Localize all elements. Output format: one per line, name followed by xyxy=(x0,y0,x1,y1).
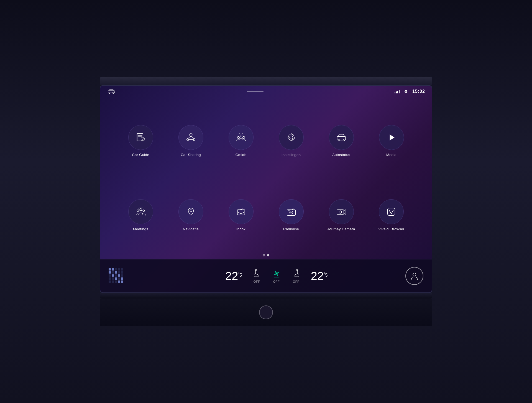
svg-rect-24 xyxy=(337,136,346,140)
svg-marker-28 xyxy=(390,135,394,140)
car-icon xyxy=(336,132,347,143)
temp-right-unit: °5 xyxy=(324,272,328,278)
svg-point-19 xyxy=(242,136,245,139)
inbox-label: Inbox xyxy=(236,227,245,231)
app-journey-camera[interactable]: Journey Camera xyxy=(327,199,355,231)
status-left xyxy=(107,89,116,94)
svg-point-31 xyxy=(143,210,145,211)
temp-left[interactable]: 22 °5 xyxy=(225,270,242,282)
climate-controls: OFF xyxy=(252,269,301,283)
app-vivaldi[interactable]: Vivaldi Browser xyxy=(378,199,405,231)
inbox-icon xyxy=(235,206,247,218)
app-car-guide[interactable]: i Car Guide xyxy=(128,125,153,157)
settings-icon xyxy=(285,132,297,143)
home-button[interactable] xyxy=(259,305,273,319)
pagination-dot-2[interactable] xyxy=(267,254,269,256)
svg-point-33 xyxy=(190,210,192,212)
home-button-area xyxy=(100,299,432,326)
vivaldi-icon xyxy=(385,206,397,218)
app-instellingen[interactable]: Instellingen xyxy=(279,125,304,157)
book-icon: i xyxy=(135,132,147,143)
svg-rect-0 xyxy=(108,91,115,93)
instellingen-icon-circle[interactable] xyxy=(279,125,304,150)
media-label: Media xyxy=(386,153,397,157)
pin-icon xyxy=(185,206,197,218)
screen-container: 15:02 i Car xyxy=(100,85,432,293)
bluetooth-icon xyxy=(404,89,408,94)
radioline-icon-circle[interactable] xyxy=(279,199,304,224)
app-car-sharing[interactable]: Car Sharing xyxy=(178,125,203,157)
app-inbox[interactable]: Inbox xyxy=(229,199,254,231)
status-center xyxy=(247,91,264,92)
svg-point-37 xyxy=(290,211,293,214)
bottom-logo xyxy=(109,268,147,284)
share-icon xyxy=(185,132,197,143)
app-radioline[interactable]: Radioline xyxy=(279,199,304,231)
bottom-bezel xyxy=(100,293,432,299)
app-navigatie[interactable]: Navigatie xyxy=(178,199,203,231)
autostatus-icon-circle[interactable] xyxy=(329,125,354,150)
seat-left-icon xyxy=(252,269,262,279)
app-colab[interactable]: Co:lab xyxy=(229,125,254,157)
seat-left-label: OFF xyxy=(254,280,260,283)
journey-camera-icon-circle[interactable] xyxy=(329,199,354,224)
signal-bar-3 xyxy=(397,91,398,93)
media-icon-circle[interactable] xyxy=(379,125,404,150)
meetings-icon-circle[interactable] xyxy=(128,199,153,224)
navigatie-label: Navigatie xyxy=(183,227,199,231)
instellingen-label: Instellingen xyxy=(282,153,301,157)
brand-logo xyxy=(109,268,124,284)
svg-point-48 xyxy=(296,269,298,271)
temp-left-value: 22 xyxy=(225,270,238,282)
autostatus-label: Autostatus xyxy=(332,153,350,157)
svg-line-22 xyxy=(239,133,240,134)
svg-line-14 xyxy=(188,136,191,139)
svg-point-49 xyxy=(413,273,416,276)
fan[interactable]: OFF xyxy=(272,269,282,283)
status-right: 15:02 xyxy=(395,89,425,94)
temp-left-unit: °5 xyxy=(238,272,242,278)
app-media[interactable]: Media xyxy=(379,125,404,157)
meetings-icon xyxy=(135,206,147,218)
car-guide-icon-circle[interactable]: i xyxy=(128,125,153,150)
car-sharing-icon-circle[interactable] xyxy=(178,125,203,150)
inbox-icon-circle[interactable] xyxy=(229,199,254,224)
seat-right-icon xyxy=(291,269,301,279)
colab-label: Co:lab xyxy=(236,153,246,157)
apps-grid: i Car Guide Car Sharing xyxy=(100,100,432,256)
seat-left[interactable]: OFF xyxy=(252,269,262,283)
pagination-dot-1[interactable] xyxy=(263,254,265,256)
car-frame: 15:02 i Car xyxy=(0,0,532,403)
radioline-label: Radioline xyxy=(283,227,299,231)
svg-point-44 xyxy=(255,269,257,271)
play-icon xyxy=(386,132,397,143)
svg-line-15 xyxy=(191,136,194,139)
svg-point-17 xyxy=(240,135,242,137)
climate-section: 22 °5 xyxy=(147,269,405,283)
navigatie-icon-circle[interactable] xyxy=(178,199,203,224)
svg-point-42 xyxy=(339,211,342,213)
car-guide-label: Car Guide xyxy=(132,153,149,157)
svg-point-11 xyxy=(190,133,192,136)
car-sharing-label: Car Sharing xyxy=(181,153,201,157)
svg-rect-32 xyxy=(139,208,143,210)
bottom-climate-bar: 22 °5 xyxy=(100,259,432,292)
status-bar: 15:02 xyxy=(100,86,432,96)
vivaldi-icon-circle[interactable] xyxy=(379,199,404,224)
vivaldi-label: Vivaldi Browser xyxy=(378,227,405,231)
signal-bar-4 xyxy=(399,90,400,93)
meetings-label: Meetings xyxy=(133,227,148,231)
profile-button[interactable] xyxy=(405,267,423,285)
profile-icon xyxy=(410,271,419,281)
svg-point-38 xyxy=(291,212,292,213)
app-meetings[interactable]: Meetings xyxy=(128,199,153,231)
camera-icon xyxy=(336,206,347,218)
seat-right[interactable]: OFF xyxy=(291,269,301,283)
top-bezel xyxy=(100,77,432,85)
svg-point-18 xyxy=(237,136,239,139)
app-autostatus[interactable]: Autostatus xyxy=(329,125,354,157)
signal-icon xyxy=(395,90,400,93)
svg-rect-41 xyxy=(337,210,344,214)
colab-icon-circle[interactable] xyxy=(229,125,254,150)
temp-right[interactable]: 22 °5 xyxy=(311,270,328,282)
